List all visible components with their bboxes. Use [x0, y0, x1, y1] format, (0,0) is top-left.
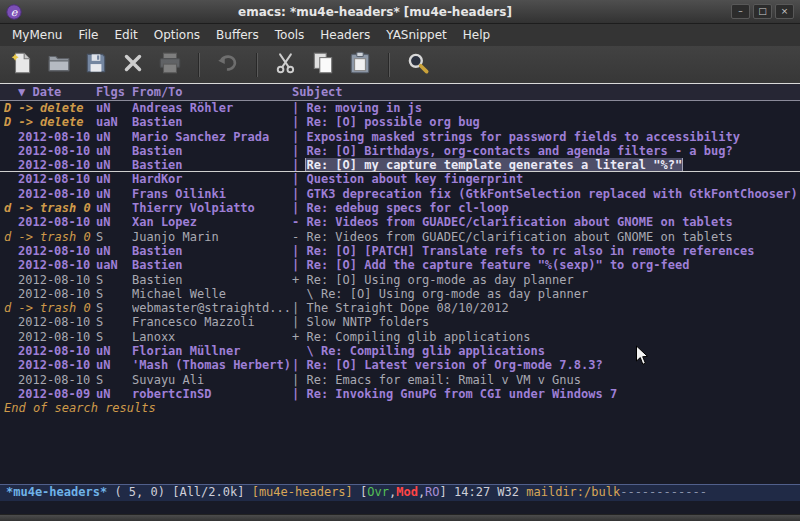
window-resize-edge[interactable]	[0, 514, 800, 521]
column-date[interactable]: ▼ Date	[4, 84, 96, 100]
modeline-segment: RO	[425, 485, 439, 499]
menu-item-edit[interactable]: Edit	[107, 25, 146, 45]
message-from: Bastien	[132, 273, 292, 287]
menu-item-help[interactable]: Help	[455, 25, 498, 45]
message-flags: uN	[96, 344, 132, 358]
message-date: 2012-08-10	[4, 187, 96, 201]
message-date: 2012-08-10	[4, 158, 96, 171]
modeline-segment: ( 5, 0) [All/2.0k]	[107, 485, 252, 499]
message-row[interactable]: 2012-08-10uNBastien| Re: [O] my capture …	[0, 158, 800, 172]
column-flags[interactable]: Flgs	[96, 84, 132, 100]
message-row[interactable]: D -> deleteuaNBastien| Re: [O] possible …	[0, 115, 800, 129]
message-row[interactable]: 2012-08-10uaNBastien| Re: [O] Add the ca…	[0, 258, 800, 272]
message-row[interactable]: 2012-08-10uN'Mash (Thomas Herbert)| Re: …	[0, 358, 800, 372]
message-from: Francesco Mazzoli	[132, 315, 292, 329]
message-subject: | Slow NNTP folders	[292, 315, 800, 329]
message-flags: uaN	[96, 115, 132, 129]
message-subject: - Re: Videos from GUADEC/clarification a…	[292, 215, 800, 229]
search-icon	[405, 50, 431, 80]
message-date: 2012-08-10	[4, 215, 96, 229]
message-row[interactable]: d -> trash 0uNThierry Volpiatto| Re: ede…	[0, 201, 800, 215]
message-date: 2012-08-10	[4, 287, 96, 301]
message-from: Lanoxx	[132, 330, 292, 344]
message-subject: | Re: edebug specs for cl-loop	[292, 201, 800, 215]
print-button[interactable]	[156, 51, 184, 79]
menu-item-tools[interactable]: Tools	[267, 25, 313, 45]
menu-item-file[interactable]: File	[70, 25, 106, 45]
message-from: Bastien	[132, 244, 292, 258]
search-button[interactable]	[404, 51, 432, 79]
message-subject: | Re: [O] Add the capture feature "%(sex…	[292, 258, 800, 272]
menu-bar: MyMenuFileEditOptionsBuffersToolsHeaders…	[0, 24, 800, 46]
message-row[interactable]: d -> trash 0Swebmaster@straightd...| The…	[0, 301, 800, 315]
message-subject: | The Straight Dope 08/10/2012	[292, 301, 800, 315]
message-from: Bastien	[132, 158, 292, 171]
message-row[interactable]: d -> trash 0SJuanjo Marin- Re: Videos fr…	[0, 230, 800, 244]
copy-button[interactable]	[309, 51, 337, 79]
message-flags: uN	[96, 172, 132, 186]
message-date: 2012-08-10	[4, 130, 96, 144]
titlebar[interactable]: e emacs: *mu4e-headers* [mu4e-headers] –…	[0, 0, 800, 24]
message-date: 2012-08-10	[4, 172, 96, 186]
message-row[interactable]: 2012-08-10SMichael Welle \ Re: [O] Using…	[0, 287, 800, 301]
message-flags: uN	[96, 244, 132, 258]
message-row[interactable]: 2012-08-09uNrobertcInSD| Re: Invoking Gn…	[0, 387, 800, 401]
column-from[interactable]: From/To	[132, 84, 292, 100]
message-row[interactable]: 2012-08-10uNMario Sanchez Prada| Exposin…	[0, 130, 800, 144]
column-subject[interactable]: Subject	[292, 84, 800, 100]
message-from: Bastien	[132, 144, 292, 158]
message-row[interactable]: 2012-08-10SLanoxx+ Re: Compiling glib ap…	[0, 330, 800, 344]
paste-button[interactable]	[346, 51, 374, 79]
new-file-button[interactable]	[8, 51, 36, 79]
message-row[interactable]: 2012-08-10uNBastien| Re: [O] [PATCH] Tra…	[0, 244, 800, 258]
menu-item-buffers[interactable]: Buffers	[208, 25, 267, 45]
kill-buffer-button[interactable]	[119, 51, 147, 79]
message-row[interactable]: 2012-08-10uNFlorian Müllner \ Re: Compil…	[0, 344, 800, 358]
window-title: emacs: *mu4e-headers* [mu4e-headers]	[22, 5, 728, 19]
modeline-segment: maildir:/bulk	[526, 485, 620, 499]
message-row[interactable]: 2012-08-10uNBastien| Re: [O] Birthdays, …	[0, 144, 800, 158]
end-of-results: End of search results	[0, 401, 800, 415]
message-row[interactable]: 2012-08-10SBastien+ Re: [O] Using org-mo…	[0, 273, 800, 287]
close-button[interactable]: ×	[775, 4, 794, 19]
message-date: d -> trash 0	[4, 230, 96, 244]
message-flags: S	[96, 315, 132, 329]
message-subject: \ Re: Compiling glib applications	[292, 344, 800, 358]
undo-button[interactable]	[214, 51, 242, 79]
menu-item-mymenu[interactable]: MyMenu	[4, 25, 70, 45]
mode-line[interactable]: *mu4e-headers* ( 5, 0) [All/2.0k] [mu4e-…	[0, 484, 800, 501]
message-flags: uaN	[96, 258, 132, 272]
message-row[interactable]: 2012-08-10SSuvayu Ali| Re: Emacs for ema…	[0, 373, 800, 387]
message-flags: uN	[96, 101, 132, 115]
menu-item-options[interactable]: Options	[146, 25, 208, 45]
message-subject: | GTK3 deprecation fix (GtkFontSelection…	[292, 187, 800, 201]
modeline-segment: 14:27 W32	[454, 485, 526, 499]
minimize-button[interactable]: –	[731, 4, 750, 19]
message-flags: uN	[96, 130, 132, 144]
message-row[interactable]: 2012-08-10uNFrans Oilinki| GTK3 deprecat…	[0, 187, 800, 201]
message-flags: S	[96, 273, 132, 287]
save-buffer-button[interactable]	[82, 51, 110, 79]
cut-button[interactable]	[272, 51, 300, 79]
message-subject: | Re: [O] my capture template generates …	[292, 158, 800, 171]
open-file-button[interactable]	[45, 51, 73, 79]
maximize-button[interactable]: □	[753, 4, 772, 19]
message-row[interactable]: 2012-08-10SFrancesco Mazzoli| Slow NNTP …	[0, 315, 800, 329]
modeline-segment: *mu4e-headers*	[6, 485, 107, 499]
modeline-segment: Ovr	[367, 485, 389, 499]
message-from: Florian Müllner	[132, 344, 292, 358]
menu-item-headers[interactable]: Headers	[312, 25, 378, 45]
toolbar-separator	[198, 53, 200, 77]
window-controls: –□×	[728, 4, 794, 19]
message-from: Thierry Volpiatto	[132, 201, 292, 215]
message-flags: S	[96, 287, 132, 301]
message-row[interactable]: 2012-08-10uNHardKor| Question about key …	[0, 172, 800, 186]
message-date: d -> trash 0	[4, 301, 96, 315]
menu-item-yasnippet[interactable]: YASnippet	[378, 25, 455, 45]
message-subject: - Re: Videos from GUADEC/clarification a…	[292, 230, 800, 244]
message-date: 2012-08-10	[4, 258, 96, 272]
message-flags: S	[96, 230, 132, 244]
message-row[interactable]: D -> deleteuNAndreas Röhler| Re: moving …	[0, 101, 800, 115]
modeline-segment: ]	[440, 485, 454, 499]
message-row[interactable]: 2012-08-10uNXan Lopez- Re: Videos from G…	[0, 215, 800, 229]
